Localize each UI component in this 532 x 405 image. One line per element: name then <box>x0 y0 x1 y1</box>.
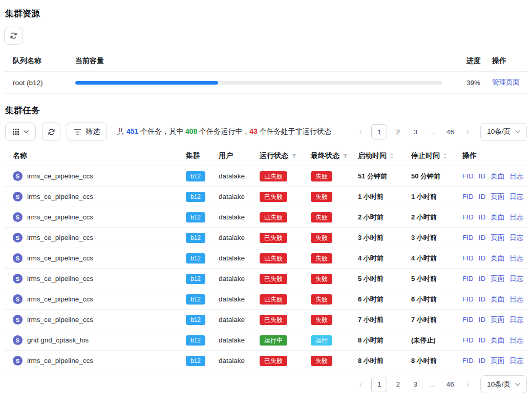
action-link-log[interactable]: 日志 <box>509 356 523 366</box>
sort-icon[interactable] <box>443 153 448 159</box>
action-link-log[interactable]: 日志 <box>509 192 523 201</box>
cluster-badge: b12 <box>186 294 205 305</box>
pager-page-3[interactable]: 3 <box>409 124 422 139</box>
task-user: datalake <box>219 213 260 221</box>
action-link-id[interactable]: ID <box>479 275 486 282</box>
pager-next-button[interactable]: › <box>461 124 474 139</box>
action-link-log[interactable]: 日志 <box>509 274 523 284</box>
action-link-page[interactable]: 页面 <box>491 213 504 222</box>
pager-prev-button[interactable]: ‹ <box>354 377 367 392</box>
action-link-page[interactable]: 页面 <box>491 356 504 366</box>
sort-icon[interactable] <box>390 153 394 159</box>
action-link-id[interactable]: ID <box>479 234 486 241</box>
summary-text: 个任务处于非运行状态 <box>258 127 331 135</box>
pager-next-button[interactable]: › <box>461 377 474 392</box>
filter-icon[interactable] <box>291 153 297 159</box>
action-link-log[interactable]: 日志 <box>509 336 523 345</box>
page-size-select[interactable]: 10条/页 <box>480 123 527 141</box>
action-link-page[interactable]: 页面 <box>491 192 504 201</box>
resources-refresh-button[interactable] <box>4 27 23 45</box>
action-link-fid[interactable]: FID <box>462 234 474 241</box>
action-link-id[interactable]: ID <box>479 336 486 344</box>
task-avatar: S <box>13 356 23 366</box>
task-name: irms_ce_pipeline_ccs <box>27 193 93 200</box>
final-status-badge: 失败 <box>311 315 332 325</box>
action-link-page[interactable]: 页面 <box>491 295 504 304</box>
task-name: grid grid_cptask_his <box>27 336 89 344</box>
action-link-log[interactable]: 日志 <box>509 233 523 242</box>
pager-page-1[interactable]: 1 <box>371 377 387 392</box>
page-size-select[interactable]: 10条/页 <box>480 375 527 393</box>
pager-page-46[interactable]: 46 <box>443 124 457 139</box>
task-user: datalake <box>219 295 260 303</box>
action-link-id[interactable]: ID <box>479 193 486 200</box>
action-link-fid[interactable]: FID <box>462 213 474 221</box>
tasks-refresh-button[interactable] <box>42 123 60 141</box>
pager-page-1[interactable]: 1 <box>371 124 387 139</box>
pager-page-46[interactable]: 46 <box>443 377 457 392</box>
action-link-page[interactable]: 页面 <box>491 172 504 181</box>
pagination-bottom: ‹123...46›10条/页 <box>354 375 527 393</box>
action-link-page[interactable]: 页面 <box>491 336 504 345</box>
task-avatar: S <box>13 192 23 201</box>
progress-value: 39% <box>466 79 492 87</box>
cluster-badge: b12 <box>186 335 205 346</box>
action-link-log[interactable]: 日志 <box>509 172 523 181</box>
filter-icon[interactable] <box>343 153 348 159</box>
tasks-table-header: 名称 集群 用户 运行状态 最终状态 启动时间 <box>4 146 528 166</box>
action-link-id[interactable]: ID <box>479 254 486 262</box>
action-link-id[interactable]: ID <box>479 172 486 180</box>
start-time: 4 小时前 <box>358 254 411 263</box>
stop-time: 2 小时前 <box>411 213 462 222</box>
pager-prev-button[interactable]: ‹ <box>354 124 367 139</box>
action-link-id[interactable]: ID <box>479 295 486 303</box>
run-status-badge: 已失败 <box>260 356 287 366</box>
resources-table-header: 队列名称 当前容量 进度 操作 <box>4 51 528 72</box>
task-name: irms_ce_pipeline_ccs <box>27 295 93 303</box>
task-avatar: S <box>13 315 23 325</box>
cluster-badge: b12 <box>186 356 205 366</box>
layout-grid-button[interactable] <box>5 123 36 141</box>
action-link-fid[interactable]: FID <box>462 336 474 344</box>
grid-icon <box>12 128 19 135</box>
action-link-fid[interactable]: FID <box>462 295 474 303</box>
task-user: datalake <box>219 336 260 344</box>
action-link-fid[interactable]: FID <box>462 193 474 200</box>
action-link-fid[interactable]: FID <box>462 254 474 262</box>
page-size-value: 10条/页 <box>487 127 510 136</box>
action-link-fid[interactable]: FID <box>462 357 474 364</box>
stop-time: 6 小时前 <box>411 295 462 304</box>
action-link-log[interactable]: 日志 <box>509 295 523 304</box>
action-link-id[interactable]: ID <box>479 213 486 221</box>
action-link-fid[interactable]: FID <box>462 172 474 180</box>
stop-time: 3 小时前 <box>411 233 462 242</box>
filter-button[interactable]: 筛选 <box>67 123 107 141</box>
task-avatar: S <box>13 274 23 284</box>
action-link-fid[interactable]: FID <box>462 316 474 323</box>
action-link-fid[interactable]: FID <box>462 275 474 282</box>
refresh-icon <box>48 128 55 136</box>
pager-page-3[interactable]: 3 <box>409 377 422 392</box>
tasks-table-body: S irms_ce_pipeline_ccs b12 datalake 已失败 … <box>4 166 528 371</box>
table-row: S irms_ce_pipeline_ccs b12 datalake 已失败 … <box>4 269 528 289</box>
pager-page-2[interactable]: 2 <box>391 124 405 139</box>
action-link-log[interactable]: 日志 <box>509 254 523 263</box>
resources-header-queue: 队列名称 <box>13 56 75 66</box>
action-link-page[interactable]: 页面 <box>491 274 504 284</box>
task-name: irms_ce_pipeline_ccs <box>27 213 93 221</box>
task-user: datalake <box>219 254 260 262</box>
action-link-log[interactable]: 日志 <box>509 315 523 325</box>
action-link-page[interactable]: 页面 <box>491 315 504 325</box>
action-link-id[interactable]: ID <box>479 357 486 364</box>
start-time: 8 小时前 <box>358 336 411 345</box>
action-link-id[interactable]: ID <box>479 316 486 323</box>
task-actions: FIDID页面日志 <box>462 233 528 242</box>
action-link-page[interactable]: 页面 <box>491 254 504 263</box>
manage-page-link[interactable]: 管理页面 <box>492 78 520 86</box>
action-link-page[interactable]: 页面 <box>491 233 504 242</box>
resources-header-action: 操作 <box>492 56 528 66</box>
action-link-log[interactable]: 日志 <box>509 213 523 222</box>
pager-page-2[interactable]: 2 <box>391 377 405 392</box>
summary-text: 个任务，其中 <box>138 127 185 135</box>
task-actions: FIDID页面日志 <box>462 356 528 366</box>
